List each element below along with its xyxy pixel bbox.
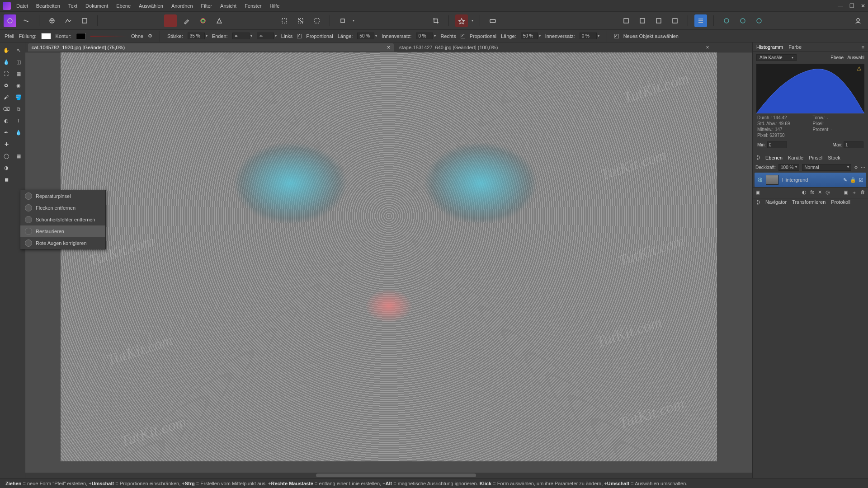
max-input[interactable] [844, 141, 863, 148]
chevron-down-icon[interactable]: ▾ [598, 34, 599, 38]
tool-paintbrush-icon[interactable]: 🖌 [0, 91, 13, 103]
min-input[interactable] [767, 141, 787, 148]
layer-visibility-icon[interactable]: ⛓ [757, 177, 762, 183]
layer-blend-icon[interactable]: ✕ [818, 189, 822, 196]
toolbar-arrange3-icon[interactable] [652, 14, 665, 27]
toolbar-tone-icon[interactable] [62, 14, 75, 27]
toolbar-assist-dd-icon[interactable]: ▾ [472, 19, 473, 23]
tab-pinsel[interactable]: Pinsel [809, 155, 822, 160]
toolbar-develop-icon[interactable] [46, 14, 58, 27]
histo-ebene-button[interactable]: Ebene [830, 55, 844, 60]
document-tab[interactable]: stage-1531427_640.jpg [Geändert] (100,0%… [396, 43, 712, 52]
channel-dropdown[interactable]: Alle Kanäle▾ [756, 54, 797, 61]
chevron-down-icon[interactable]: ▾ [250, 34, 252, 38]
layer-add-icon[interactable]: ＋ [852, 189, 857, 196]
tool-dodge-icon[interactable]: ◐ [0, 115, 13, 127]
menu-ebene[interactable]: Ebene [116, 3, 131, 9]
tab-farbe[interactable]: Farbe [788, 44, 802, 50]
chevron-down-icon[interactable]: ▾ [434, 34, 436, 38]
tool-shapes-icon[interactable]: ◯ [0, 150, 13, 162]
tool-hand-icon[interactable]: ✋ [0, 44, 13, 56]
ctx-length-r[interactable]: 50 % [521, 33, 538, 39]
layer-lock-icon[interactable]: 🔒 [850, 177, 856, 183]
tab-close-icon[interactable]: × [387, 44, 390, 51]
collapse-icon[interactable]: ⟨⟩ [756, 155, 760, 160]
flyout-item-restaurieren[interactable]: Restaurieren [20, 225, 105, 237]
tool-crop-icon[interactable]: ◫ [13, 56, 25, 68]
menu-dokument[interactable]: Dokument [85, 3, 108, 9]
toolbar-select1-icon[interactable] [278, 14, 291, 27]
tab-close-icon[interactable]: × [706, 44, 709, 51]
ctx-strength-value[interactable]: 35 % [188, 33, 205, 39]
toolbar-assist-icon[interactable] [455, 14, 468, 27]
layer-edit-icon[interactable]: ✎ [843, 177, 847, 183]
flyout-item-redeye[interactable]: Rote Augen korrigieren [20, 237, 105, 249]
toolbar-cloud3-icon[interactable] [753, 14, 765, 27]
tab-kanaele[interactable]: Kanäle [788, 155, 803, 160]
chevron-down-icon[interactable]: ▾ [275, 34, 277, 38]
chevron-down-icon[interactable]: ▾ [539, 34, 541, 38]
scrollbar-horizontal[interactable] [25, 473, 752, 478]
toolbar-cloud1-icon[interactable] [720, 14, 733, 27]
tab-transform[interactable]: Transformieren [792, 199, 826, 206]
ctx-length-l[interactable]: 50 % [357, 33, 374, 39]
layer-opts-icon[interactable]: ⋯ [861, 165, 865, 170]
toolbar-align-icon[interactable] [694, 14, 707, 27]
ctx-end-left[interactable]: ↞ [232, 33, 250, 39]
toolbar-crop-icon[interactable] [429, 14, 442, 27]
ctx-fill-swatch[interactable] [41, 33, 51, 39]
layer-fx2-icon[interactable]: fx [810, 189, 814, 196]
persona-liquify-icon[interactable] [20, 14, 33, 27]
ctx-newobj-checkbox[interactable] [614, 34, 619, 38]
tool-colorpicker-icon[interactable]: 💧 [0, 56, 13, 68]
toolbar-arrange2-icon[interactable] [636, 14, 649, 27]
menu-anordnen[interactable]: Anordnen [171, 3, 193, 9]
tool-fgbg-icon[interactable]: ◼ [0, 174, 13, 185]
tool-marquee-icon[interactable]: ◉ [13, 80, 25, 91]
menu-ansicht[interactable]: Ansicht [220, 3, 236, 9]
flyout-item-reparaturpinsel[interactable]: Reparaturpinsel [20, 190, 105, 202]
tool-brush-select-icon[interactable]: ✿ [0, 80, 13, 91]
tool-clone-icon[interactable]: ⧉ [13, 103, 25, 115]
ctx-inset-l[interactable]: 0 % [416, 33, 433, 39]
tool-heal-icon[interactable]: ✚ [0, 138, 13, 150]
tool-pen-icon[interactable]: ✒ [0, 127, 13, 138]
gear-icon[interactable]: ⚙ [148, 33, 152, 39]
tool-move-icon[interactable]: ↖ [13, 44, 25, 56]
toolbar-color-icon[interactable] [197, 14, 209, 27]
ctx-prop-right-checkbox[interactable] [461, 34, 465, 38]
toolbar-qm-dd-icon[interactable]: ▾ [353, 19, 354, 23]
blend-dropdown[interactable]: Normal▾ [802, 164, 851, 171]
collapse-icon[interactable]: ⟨⟩ [756, 199, 760, 206]
toolbar-cloud2-icon[interactable] [736, 14, 749, 27]
tool-smudge-icon[interactable]: 💧 [13, 127, 25, 138]
ctx-stroke-swatch[interactable] [76, 33, 86, 39]
menu-fenster[interactable]: Fenster [245, 3, 261, 9]
tab-ebenen[interactable]: Ebenen [765, 155, 783, 160]
menu-bearbeiten[interactable]: Bearbeiten [36, 3, 60, 9]
chevron-down-icon[interactable]: ▾ [375, 34, 377, 38]
ctx-end-right[interactable]: ↠ [257, 33, 274, 39]
account-icon[interactable] [852, 14, 864, 27]
toolbar-select2-icon[interactable] [294, 14, 307, 27]
tool-selection-icon[interactable]: ⛶ [0, 68, 13, 80]
persona-photo-icon[interactable] [4, 14, 16, 27]
tab-navigator[interactable]: Navigator [765, 199, 787, 206]
panel-menu-icon[interactable]: ≡ [862, 44, 864, 50]
document-tab[interactable]: cat-1045782_1920.jpg [Geändert] (75,0%) … [28, 43, 394, 52]
opacity-input[interactable]: 100 %▾ [778, 164, 799, 171]
toolbar-arrange1-icon[interactable] [620, 14, 632, 27]
tab-histogramm[interactable]: Histogramm [756, 44, 783, 50]
menu-text[interactable]: Text [68, 3, 77, 9]
layer-group-icon[interactable]: ▣ [844, 189, 848, 196]
toolbar-quickmask-icon[interactable] [336, 14, 349, 27]
layer-mask-icon[interactable]: ▣ [755, 189, 760, 196]
tab-stock[interactable]: Stock [828, 155, 840, 160]
toolbar-dropper-icon[interactable] [180, 14, 193, 27]
ctx-stroke-preview[interactable] [90, 36, 127, 37]
chevron-down-icon[interactable]: ▾ [206, 34, 208, 38]
toolbar-red-icon[interactable] [164, 14, 177, 27]
toolbar-arrange4-icon[interactable] [669, 14, 681, 27]
histo-auswahl-button[interactable]: Auswahl [847, 55, 864, 60]
layer-row[interactable]: ⛓ Hintergrund ✎ 🔒 ☑ [755, 173, 866, 187]
